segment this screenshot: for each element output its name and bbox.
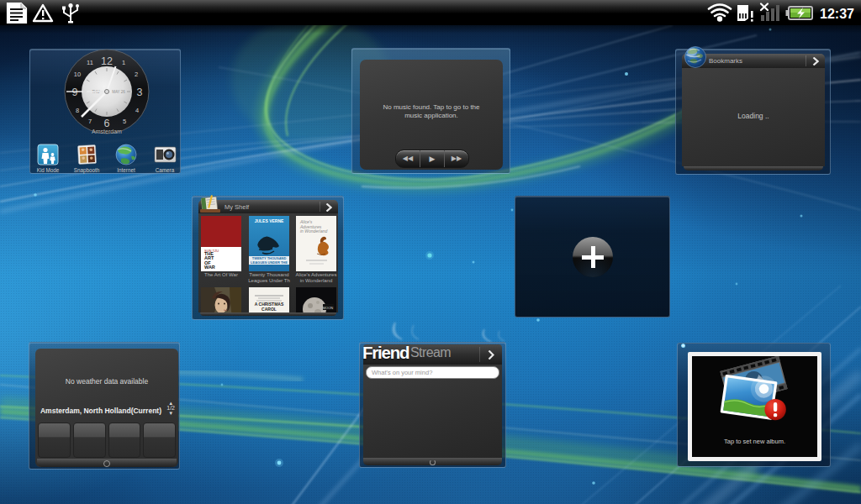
svg-text:Kid Mode: Kid Mode (37, 167, 60, 173)
svg-text:5: 5 (123, 118, 126, 125)
svg-text:10: 10 (74, 71, 81, 78)
svg-text:Internet: Internet (117, 167, 135, 173)
svg-text:7: 7 (88, 118, 92, 125)
svg-text:11: 11 (87, 59, 93, 66)
svg-text:3: 3 (137, 87, 143, 98)
svg-text:Camera: Camera (156, 167, 175, 173)
svg-text:MOON: MOON (323, 306, 334, 310)
svg-text:2: 2 (135, 71, 138, 78)
svg-text:MAY 26: MAY 26 (112, 90, 125, 94)
svg-text:Snapbooth: Snapbooth (74, 167, 100, 174)
svg-text:1: 1 (122, 59, 125, 66)
svg-text:4: 4 (135, 107, 139, 114)
svg-text:12:37: 12:37 (820, 7, 854, 21)
svg-text:12: 12 (101, 55, 113, 67)
svg-text:Amsterdam: Amsterdam (92, 129, 122, 134)
svg-text:8: 8 (76, 107, 79, 114)
